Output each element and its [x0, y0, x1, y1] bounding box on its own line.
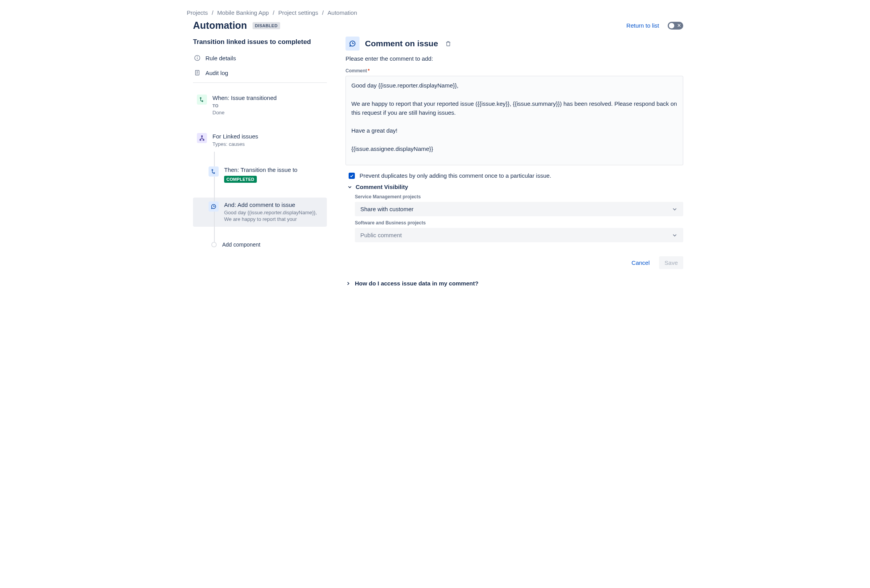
chain-item-title: And: Add comment to issue: [224, 201, 323, 208]
breadcrumb-projects[interactable]: Projects: [187, 9, 208, 16]
page-title: Automation: [193, 20, 247, 31]
svg-rect-9: [200, 139, 201, 140]
chevron-down-icon: [347, 184, 353, 190]
transition-icon: [209, 166, 219, 177]
select-value: Share with customer: [360, 206, 414, 212]
nav-audit-log[interactable]: Audit log: [193, 65, 327, 80]
chain-action-comment[interactable]: And: Add comment to issue Good day {{iss…: [193, 198, 327, 227]
chain-trigger[interactable]: When: Issue transitioned TO Done: [193, 91, 327, 120]
status-lozenge-completed: COMPLETED: [224, 176, 257, 183]
chain-item-title: Then: Transition the issue to: [224, 166, 323, 173]
breadcrumb-current: Automation: [328, 9, 357, 16]
save-button[interactable]: Save: [659, 256, 683, 269]
chain-item-preview: Good day {{issue.reporter.displayName}},…: [224, 209, 323, 223]
comment-action-icon: [209, 201, 219, 212]
add-component-label: Add component: [222, 242, 260, 248]
sm-visibility-select[interactable]: Share with customer: [355, 202, 683, 216]
panel-description: Please enter the comment to add:: [346, 55, 683, 62]
svg-point-2: [197, 57, 198, 57]
add-component-button[interactable]: Add component: [193, 238, 327, 252]
chevron-down-icon: [672, 206, 678, 212]
add-component-dot-icon: [211, 242, 217, 247]
help-access-issue-data[interactable]: How do I access issue data in my comment…: [346, 280, 683, 287]
delete-component-button[interactable]: [444, 39, 453, 48]
chain-action-transition[interactable]: Then: Transition the issue to COMPLETED: [193, 163, 327, 187]
rule-name: Transition linked issues to completed: [193, 38, 327, 46]
sw-visibility-select[interactable]: Public comment: [355, 228, 683, 242]
branch-icon: [197, 133, 207, 143]
cancel-button[interactable]: Cancel: [626, 256, 655, 269]
prevent-duplicates-checkbox[interactable]: [349, 173, 355, 179]
svg-rect-10: [203, 139, 204, 140]
chain-item-to-label: TO: [212, 103, 219, 108]
breadcrumb-separator: /: [212, 9, 213, 16]
breadcrumb-settings[interactable]: Project settings: [278, 9, 318, 16]
sw-projects-label: Software and Business projects: [355, 220, 683, 226]
breadcrumb-separator: /: [322, 9, 324, 16]
panel-title: Comment on issue: [365, 39, 438, 48]
breadcrumb: Projects / Mobile Banking App / Project …: [187, 9, 683, 16]
document-icon: [194, 69, 201, 76]
rule-enable-toggle[interactable]: ✕: [668, 22, 683, 30]
sidebar-divider: [193, 82, 327, 83]
chain-item-title: For Linked issues: [212, 133, 323, 140]
chain-item-to-value: Done: [212, 110, 225, 116]
comment-field-label: Comment*: [346, 68, 683, 74]
chain-item-title: When: Issue transitioned: [212, 94, 323, 101]
return-to-list-link[interactable]: Return to list: [626, 22, 659, 29]
comment-visibility-title: Comment Visibility: [356, 184, 408, 190]
prevent-duplicates-label: Prevent duplicates by only adding this c…: [360, 172, 551, 179]
chain-item-subtitle: Types: causes: [212, 141, 323, 148]
chain-branch[interactable]: For Linked issues Types: causes: [193, 129, 327, 152]
trigger-icon: [197, 94, 207, 105]
nav-rule-details[interactable]: Rule details: [193, 51, 327, 65]
toggle-off-icon: ✕: [677, 23, 681, 29]
select-value: Public comment: [360, 232, 402, 238]
rule-status-lozenge: DISABLED: [253, 22, 280, 29]
comment-textarea[interactable]: Good day {{issue.reporter.displayName}},…: [346, 76, 683, 165]
chevron-down-icon: [672, 232, 678, 238]
info-icon: [194, 54, 201, 61]
svg-point-11: [212, 169, 213, 170]
breadcrumb-project[interactable]: Mobile Banking App: [217, 9, 269, 16]
nav-label: Rule details: [205, 55, 236, 61]
svg-point-7: [200, 98, 201, 99]
breadcrumb-separator: /: [273, 9, 274, 16]
nav-label: Audit log: [205, 70, 228, 76]
comment-visibility-toggle[interactable]: Comment Visibility: [347, 184, 683, 190]
chevron-right-icon: [346, 281, 351, 286]
comment-panel-icon: [346, 37, 360, 51]
svg-rect-8: [202, 136, 203, 137]
help-label: How do I access issue data in my comment…: [355, 280, 479, 287]
sm-projects-label: Service Management projects: [355, 194, 683, 200]
